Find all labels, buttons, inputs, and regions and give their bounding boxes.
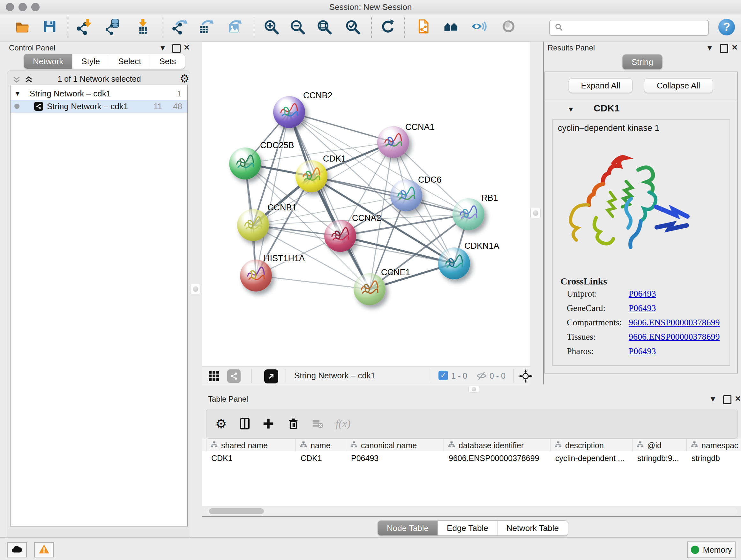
tab-string[interactable]: String bbox=[623, 55, 662, 69]
open-in-string-web-button[interactable] bbox=[413, 16, 435, 39]
results-panel-float-icon[interactable] bbox=[720, 44, 728, 53]
node-CDK1[interactable] bbox=[295, 160, 327, 192]
crosslink-value-link[interactable]: P06493 bbox=[629, 303, 656, 313]
import-network-database-button[interactable] bbox=[103, 16, 126, 39]
export-image-button[interactable] bbox=[223, 16, 246, 39]
cloud-tasks-button[interactable] bbox=[7, 542, 27, 557]
collection-expander-icon[interactable]: ▼ bbox=[14, 90, 21, 98]
tab-style[interactable]: Style bbox=[72, 54, 109, 69]
control-panel-collapse-icon[interactable]: ▼ bbox=[159, 44, 166, 52]
left-splitter-handle[interactable] bbox=[190, 284, 200, 294]
tab-network[interactable]: Network bbox=[24, 54, 72, 69]
table-cell-canonical-name[interactable]: P06493 bbox=[351, 454, 442, 463]
zoom-out-button[interactable] bbox=[286, 16, 309, 39]
detail-toggle-button[interactable] bbox=[498, 16, 521, 39]
column-header-canonical-name[interactable]: canonical name bbox=[346, 439, 444, 451]
tab-select[interactable]: Select bbox=[109, 54, 150, 69]
import-table-button[interactable] bbox=[132, 16, 155, 39]
crosslink-value-link[interactable]: P06493 bbox=[629, 346, 656, 356]
show-columns-icon[interactable] bbox=[234, 414, 255, 434]
set-confidence-button[interactable] bbox=[440, 16, 463, 39]
search-input[interactable] bbox=[566, 21, 708, 35]
table-cell-namespac[interactable]: stringdb bbox=[691, 454, 740, 463]
save-session-button[interactable] bbox=[39, 16, 62, 39]
results-panel-collapse-icon[interactable]: ▼ bbox=[706, 44, 714, 52]
bottom-splitter-handle[interactable] bbox=[468, 386, 479, 393]
network-row-selected[interactable]: String Network – cdk1 11 48 bbox=[10, 100, 187, 113]
table-panel-collapse-icon[interactable]: ▼ bbox=[709, 395, 717, 403]
column-header-name[interactable]: name bbox=[295, 439, 346, 451]
expand-all-button[interactable]: Expand All bbox=[569, 78, 632, 93]
network-options-gear-icon[interactable]: ⚙ bbox=[180, 73, 189, 84]
node-CDC25B[interactable] bbox=[229, 147, 261, 179]
crosslink-value-link[interactable]: P06493 bbox=[629, 289, 656, 299]
zoom-selected-button[interactable] bbox=[341, 16, 364, 39]
document-share-icon bbox=[416, 19, 432, 37]
open-view-in-window-icon[interactable] bbox=[264, 369, 278, 383]
column-header-description[interactable]: description bbox=[550, 439, 632, 451]
table-cell-@id[interactable]: stringdb:9... bbox=[637, 454, 685, 463]
export-table-button[interactable] bbox=[195, 16, 218, 39]
column-header-shared-name[interactable]: shared name bbox=[206, 439, 296, 451]
create-column-plus-icon[interactable] bbox=[258, 414, 279, 434]
collapse-all-networks-icon[interactable] bbox=[12, 76, 21, 85]
node-CCNE1[interactable] bbox=[354, 273, 386, 305]
results-panel-close-icon[interactable]: ✕ bbox=[731, 43, 738, 52]
node-HIST1H1A[interactable] bbox=[240, 260, 272, 292]
network-canvas[interactable]: CCNB2 CCNA1 CDC25B CDK1 CDC6 bbox=[202, 42, 530, 367]
node-section-expander-icon[interactable]: ▼ bbox=[567, 105, 575, 114]
tab-node-table[interactable]: Node Table bbox=[378, 521, 437, 536]
node-CCNA1[interactable] bbox=[377, 126, 409, 158]
column-header-namespac[interactable]: namespac bbox=[686, 439, 741, 451]
edge-CCNA2-CDKN1A[interactable] bbox=[340, 236, 454, 263]
import-network-file-button[interactable] bbox=[74, 16, 97, 39]
node-RB1[interactable] bbox=[453, 198, 484, 230]
crosslink-value-link[interactable]: 9606.ENSP00000378699 bbox=[629, 317, 720, 327]
enhanced-graphics-button[interactable] bbox=[468, 16, 491, 39]
node-CCNA2[interactable] bbox=[324, 220, 356, 252]
crosslink-value-link[interactable]: 9606.ENSP00000378699 bbox=[629, 332, 720, 342]
export-network-button[interactable] bbox=[169, 16, 192, 39]
memory-button[interactable]: Memory bbox=[687, 542, 736, 558]
delete-column-trash-icon[interactable] bbox=[283, 414, 304, 434]
network-collection-row[interactable]: ▼ String Network – cdk1 1 bbox=[10, 87, 187, 100]
zoom-fit-button[interactable] bbox=[313, 16, 336, 39]
fit-selected-crosshair-icon[interactable] bbox=[519, 369, 532, 384]
zoom-in-button[interactable] bbox=[260, 16, 283, 39]
delete-table-icon[interactable] bbox=[307, 414, 328, 434]
table-options-gear-icon[interactable]: ⚙ bbox=[211, 414, 231, 434]
table-cell-description[interactable]: cyclin-dependent ... bbox=[555, 454, 631, 463]
warnings-button[interactable] bbox=[34, 542, 54, 557]
table-cell-database-identifier[interactable]: 9606.ENSP00000378699 bbox=[449, 454, 549, 463]
control-panel-close-icon[interactable]: ✕ bbox=[184, 43, 190, 52]
node-CDKN1A[interactable] bbox=[438, 247, 470, 279]
open-session-button[interactable] bbox=[11, 16, 35, 39]
help-button[interactable]: ? bbox=[718, 19, 735, 36]
refresh-view-button[interactable] bbox=[377, 16, 400, 39]
control-panel-float-icon[interactable] bbox=[172, 44, 181, 53]
expand-all-networks-icon[interactable] bbox=[24, 76, 33, 85]
tab-sets[interactable]: Sets bbox=[150, 54, 185, 69]
birdview-grid-icon[interactable] bbox=[208, 370, 220, 383]
graphics-details-icon[interactable] bbox=[227, 369, 241, 383]
table-cell-shared-name[interactable]: CDK1 bbox=[211, 454, 294, 463]
column-header-database-identifier[interactable]: database identifier bbox=[444, 439, 550, 451]
tab-edge-table[interactable]: Edge Table bbox=[437, 521, 497, 536]
table-hscrollbar-track[interactable] bbox=[206, 508, 737, 515]
node-CDC6[interactable] bbox=[390, 179, 422, 211]
function-builder-icon[interactable]: f(x) bbox=[333, 414, 353, 434]
selected-items-checkbox[interactable]: ✓ bbox=[439, 371, 448, 380]
collapse-all-button[interactable]: Collapse All bbox=[644, 78, 713, 93]
edge-CCNE1-HIST1H1A[interactable] bbox=[256, 275, 369, 289]
table-hscrollbar-thumb[interactable] bbox=[209, 508, 264, 514]
edge-CDK1-RB1[interactable] bbox=[312, 176, 468, 214]
table-panel-close-icon[interactable]: ✕ bbox=[735, 394, 741, 403]
node-CCNB1[interactable] bbox=[237, 209, 269, 241]
table-panel-float-icon[interactable] bbox=[723, 395, 731, 404]
tab-network-table[interactable]: Network Table bbox=[497, 521, 568, 536]
hidden-items-eye-icon[interactable] bbox=[475, 371, 488, 382]
column-header-@id[interactable]: @id bbox=[632, 439, 687, 451]
right-splitter-handle[interactable] bbox=[530, 208, 541, 218]
node-CCNB2[interactable] bbox=[273, 96, 305, 128]
table-cell-name[interactable]: CDK1 bbox=[300, 454, 345, 463]
